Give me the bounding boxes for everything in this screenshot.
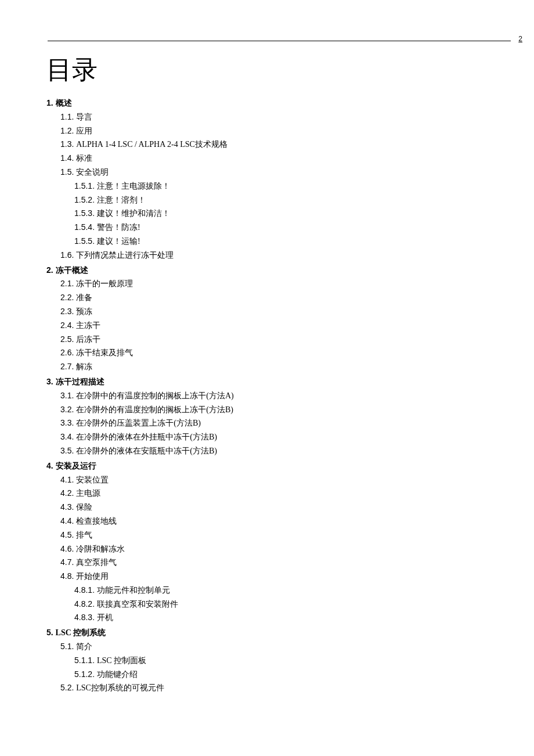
toc-entry: 1.5.1. 注意！主电源拔除！: [74, 179, 488, 193]
toc-entry-text: 冻干概述: [56, 266, 88, 275]
toc-entry-number: 1.3.: [60, 139, 74, 149]
toc-entry-text: 冷阱和解冻水: [76, 545, 125, 553]
toc-entry: 1.5. 安全说明: [60, 165, 488, 179]
toc-entry: 5.1. 简介: [60, 640, 488, 654]
toc-entry-text: 真空泵排气: [76, 558, 117, 567]
toc-entry: 4.6. 冷阱和解冻水: [60, 542, 488, 556]
horizontal-rule: [48, 41, 511, 41]
toc-entry: 2. 冻干概述: [46, 264, 488, 278]
toc-entry-number: 3.3.: [60, 418, 74, 427]
toc-entry-text: 准备: [76, 293, 92, 302]
toc-entry-number: 2.7.: [60, 362, 74, 371]
toc-entry-text: 功能键介绍: [97, 670, 138, 679]
toc-entry-number: 5.1.2.: [74, 669, 95, 679]
toc-entry: 4. 安装及运行: [46, 459, 488, 473]
toc-entry-number: 4.: [46, 461, 53, 470]
toc-entry-text: 解冻: [76, 362, 92, 371]
toc-entry-number: 2.2.: [60, 293, 74, 302]
toc-entry-number: 1.4.: [60, 153, 74, 163]
toc-entry-number: 2.6.: [60, 348, 74, 357]
toc-entry: 4.7. 真空泵排气: [60, 556, 488, 570]
toc-entry-text: 在冷阱外的压盖装置上冻干(方法B): [76, 419, 201, 427]
toc-entry-number: 2.: [46, 265, 53, 275]
toc-entry-number: 1.5.4.: [74, 222, 95, 232]
toc-entry: 5.1.2. 功能键介绍: [74, 668, 488, 682]
toc-entry-number: 4.4.: [60, 516, 74, 525]
toc-entry-text: 建议！维护和清洁！: [97, 209, 170, 218]
toc-entry-number: 3.5.: [60, 446, 74, 455]
toc-entry-number: 4.8.3.: [74, 613, 95, 622]
toc-entry: 3.5. 在冷阱外的液体在安瓿瓶中冻干(方法B): [60, 444, 488, 458]
toc-entry-text: 主电源: [76, 489, 100, 498]
toc-entry: 1.6. 下列情况禁止进行冻干处理: [60, 249, 488, 262]
toc-entry-number: 4.1.: [60, 475, 74, 484]
toc-entry-number: 2.5.: [60, 334, 74, 344]
toc-entry-number: 1.5.2.: [74, 195, 95, 204]
toc-entry-number: 1.: [46, 98, 53, 107]
toc-entry: 1.5.4. 警告！防冻!: [74, 221, 488, 235]
toc-entry-text: 在冷阱外的液体在安瓿瓶中冻干(方法B): [76, 447, 217, 455]
toc-entry: 2.1. 冻干的一般原理: [60, 277, 488, 291]
toc-entry-text: 警告！防冻!: [97, 223, 140, 232]
toc-entry: 5.2. LSC控制系统的可视元件: [60, 681, 488, 695]
toc-entry-number: 3.: [46, 377, 53, 386]
toc-entry-text: 在冷阱外的液体在外挂瓶中冻干(方法B): [76, 433, 217, 441]
toc-entry-text: 冻干结束及排气: [76, 348, 133, 357]
toc-entry: 1.5.2. 注意！溶剂！: [74, 193, 488, 207]
toc-entry: 4.4. 检查接地线: [60, 514, 488, 528]
toc-entry-number: 5.1.: [60, 642, 74, 651]
toc-entry: 1.3. ALPHA 1-4 LSC / ALPHA 2-4 LSC技术规格: [60, 138, 488, 152]
toc-entry-number: 2.4.: [60, 321, 74, 330]
toc-entry-text: 安装位置: [76, 476, 109, 484]
toc-entry-number: 5.: [46, 628, 53, 637]
toc-entry-text: 下列情况禁止进行冻干处理: [76, 251, 174, 260]
toc-entry: 4.8.2. 联接真空泵和安装附件: [74, 597, 488, 611]
toc-entry-text: 后冻干: [76, 335, 100, 344]
toc-entry: 1. 概述: [46, 96, 488, 110]
toc-entry-number: 1.6.: [60, 250, 74, 260]
toc-entry-number: 4.5.: [60, 530, 74, 539]
toc-entry: 4.2. 主电源: [60, 487, 488, 501]
toc-entry-number: 1.1.: [60, 112, 74, 121]
toc-entry: 2.4. 主冻干: [60, 319, 488, 333]
toc-entry-number: 1.5.: [60, 167, 74, 177]
toc-entry-text: 在冷阱中的有温度控制的搁板上冻干(方法A): [76, 391, 233, 400]
toc-entry-text: 冻干过程描述: [56, 377, 104, 386]
toc-entry: 1.4. 标准: [60, 152, 488, 165]
toc-entry: 5.1.1. LSC 控制面板: [74, 654, 488, 668]
toc-entry-number: 4.8.2.: [74, 599, 95, 609]
toc-entry-number: 3.1.: [60, 391, 74, 400]
toc-entry-number: 2.3.: [60, 307, 74, 316]
toc-entry-number: 3.4.: [60, 432, 74, 441]
toc-entry: 5. LSC 控制系统: [46, 626, 488, 640]
toc-entry: 2.3. 预冻: [60, 305, 488, 319]
toc-entry: 1.2. 应用: [60, 124, 488, 138]
toc-entry-text: 检查接地线: [76, 517, 117, 525]
page-number: 2: [518, 35, 522, 43]
toc-entry-text: 安装及运行: [56, 462, 96, 470]
toc-entry-text: 安全说明: [76, 168, 109, 177]
toc-entry-number: 4.6.: [60, 544, 74, 553]
toc-entry: 4.5. 排气: [60, 528, 488, 542]
toc-entry: 4.8. 开始使用: [60, 570, 488, 584]
toc-entry: 1.1. 导言: [60, 110, 488, 124]
toc-entry-number: 3.2.: [60, 405, 74, 414]
toc-entry-text: 在冷阱外的有温度控制的搁板上冻干(方法B): [76, 405, 233, 414]
toc-entry-text: 冻干的一般原理: [76, 279, 133, 288]
toc-entry-number: 1.5.1.: [74, 181, 95, 190]
toc-entry-text: LSC 控制面板: [97, 656, 146, 665]
toc-entry-text: 建议！运输!: [97, 237, 140, 246]
toc-entry-number: 4.7.: [60, 557, 74, 567]
toc-entry-text: 功能元件和控制单元: [97, 586, 170, 595]
toc-entry-text: 排气: [76, 531, 92, 539]
toc-entry-text: LSC控制系统的可视元件: [76, 683, 164, 692]
toc-entry-text: 概述: [56, 99, 72, 107]
toc-entry-number: 4.2.: [60, 488, 74, 498]
toc-entry-number: 1.5.3.: [74, 208, 95, 218]
toc-entry-text: 注意！溶剂！: [97, 196, 146, 204]
toc-entry: 3. 冻干过程描述: [46, 375, 488, 389]
toc-entry-number: 5.2.: [60, 683, 74, 692]
toc-entry-text: ALPHA 1-4 LSC / ALPHA 2-4 LSC技术规格: [76, 140, 228, 149]
toc-entry-number: 4.3.: [60, 502, 74, 512]
toc-entry-text: 应用: [76, 127, 92, 135]
